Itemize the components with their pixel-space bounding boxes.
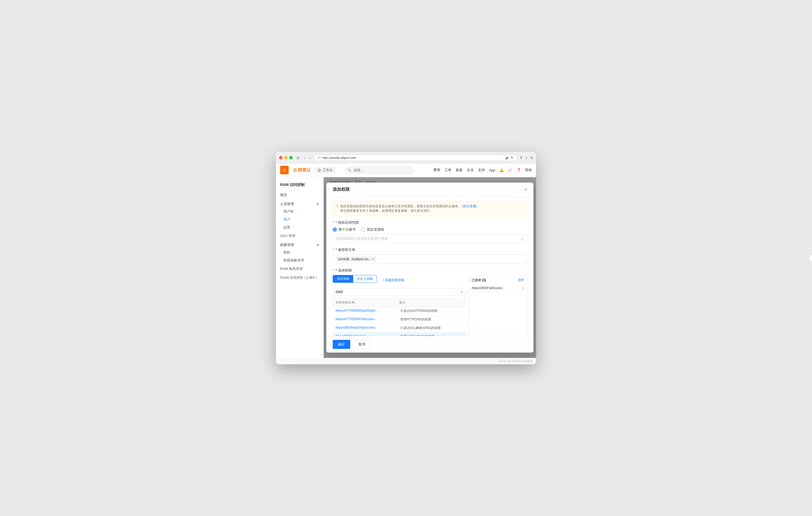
notice-text2: 单次授权最多支持 5 条策略，如需绑定更多策略，请分多次进行。 [340, 209, 433, 213]
nav-icp[interactable]: 备案 [456, 168, 463, 172]
policy-row-4[interactable]: AliyunDNSFullAccess 管理云解析(DNS)的权限 [333, 332, 465, 336]
logo-text: 阿里云 [298, 167, 311, 173]
traffic-lights [279, 156, 293, 159]
scope-resource-radio[interactable] [361, 227, 366, 232]
sidebar-section-perm-label: 权限管理 [280, 243, 294, 247]
scope-all-account[interactable]: 整个云账号 [333, 227, 356, 232]
policy-search: ↻ [333, 288, 465, 296]
header-nav: 费用 工单 备案 企业 支持 App 🔔 🛒 ❓ 简体 [433, 168, 532, 172]
nav-bell-icon[interactable]: 🔔 [499, 168, 504, 172]
policy-tab-custom[interactable]: 自定义策略 [353, 275, 377, 282]
minimize-traffic-light[interactable] [284, 156, 288, 159]
selected-item-1: AliyunDNSFullAccess × [471, 284, 524, 292]
policy-tab-system[interactable]: 系统策略 [333, 275, 353, 282]
policy-refresh-button[interactable]: ↻ [458, 288, 465, 296]
scope-resource-group[interactable]: 指定资源组 [361, 227, 384, 232]
scope-resource-label: 指定资源组 [367, 227, 384, 232]
scope-section: * * 授权应用范围 整个云账号 指定资源组 [333, 220, 527, 243]
resource-group-placeholder: 请选择或输入资源组名称进行搜索 [336, 236, 388, 241]
refresh-icon[interactable]: ↻ [511, 156, 514, 160]
nav-cart-icon[interactable]: 🛒 [508, 168, 512, 172]
policy-row-3[interactable]: AliyunDNSReadOnlyAccess 只读访问云解析(DNS)的权限 [333, 324, 465, 332]
select-policy-label: * * 选择权限 [333, 268, 527, 273]
sidebar-sub-usergroup[interactable]: 用户组 [276, 208, 323, 216]
sidebar-section-people-arrow: ∧ [317, 202, 319, 206]
policy-desc-1: 只读访问HTTPDNS的权限 [398, 309, 463, 313]
sidebar-sub-users[interactable]: 用户 [276, 216, 323, 223]
browser-chrome: ⊞ ‹ › 🛡 ram.console.aliyun.com 🔊 ↻ ⬆ + ⧉ [276, 152, 536, 163]
selected-item-name-1: AliyunDNSFullAccess [471, 286, 502, 290]
close-traffic-light[interactable] [279, 156, 283, 159]
tab-switcher-icon[interactable]: ⊞ [295, 155, 300, 161]
notice-link[interactable]: [前往查看] [462, 204, 476, 208]
nav-support[interactable]: 支持 [478, 168, 485, 172]
modal-close-button[interactable]: × [524, 187, 527, 192]
browser-url-actions: 🔊 ↻ [505, 156, 514, 160]
scope-all-radio[interactable] [333, 227, 337, 232]
policy-row-1[interactable]: AliyunHTTPDNSReadOnlyA... 只读访问HTTPDNS的权限 [333, 307, 465, 316]
sidebar-sub-settings[interactable]: 设置 [276, 223, 323, 232]
selected-count: (1) [482, 278, 486, 282]
hamburger-menu[interactable]: ≡ [280, 166, 289, 174]
scope-label: * * 授权应用范围 [333, 220, 527, 225]
policy-table: 权限策略名称 备注 AliyunHTTPDNSReadOnlyA... 只读访问… [333, 298, 465, 336]
policy-desc-2: 管理HTTPDNS的权限 [398, 317, 463, 322]
sidebar-item-oauth[interactable]: OAuth 应用管理（公测中） [276, 273, 323, 282]
nav-ticket[interactable]: 工单 [444, 168, 452, 172]
scope-radio-group: 整个云账号 指定资源组 [333, 227, 527, 232]
policy-add-new[interactable]: + 新建权限策略 [379, 277, 408, 284]
search-input[interactable] [345, 167, 414, 174]
notice-icon: ℹ [337, 204, 338, 213]
browser-controls: ⊞ ‹ › [295, 155, 312, 161]
notice-box: ℹ 指定资源组的授权生效前提是该云服务已支持资源组，查看当前支持资源组的云服务。… [333, 201, 527, 216]
sidebar-item-overview[interactable]: 概览 [276, 191, 323, 199]
browser-window: ⊞ ‹ › 🛡 ram.console.aliyun.com 🔊 ↻ ⬆ + ⧉… [276, 152, 536, 364]
address-bar[interactable]: 🛡 ram.console.aliyun.com 🔊 ↻ [314, 155, 517, 161]
maximize-traffic-light[interactable] [289, 156, 293, 159]
app-body: RAM 访问控制 概览 人员管理 ∧ 用户组 用户 设置 SSO 管理 权限管理… [276, 177, 536, 358]
notice-content: 指定资源组的授权生效前提是该云服务已支持资源组，查看当前支持资源组的云服务。 [… [340, 204, 476, 213]
footer-note: CSDN @188号安全发烧帅 [276, 358, 536, 364]
subject-tag-suffix: .onaliyun.co... [351, 257, 371, 261]
workbench-label: 工作台 [322, 168, 333, 172]
selected-item-remove-1[interactable]: × [522, 286, 524, 290]
policy-desc-3: 只读访问云解析(DNS)的权限 [398, 326, 463, 330]
forward-button[interactable]: › [308, 155, 312, 161]
policy-name-2: AliyunHTTPDNSFullAccess [336, 317, 398, 322]
confirm-button[interactable]: 确定 [333, 340, 350, 349]
nav-cost[interactable]: 费用 [433, 168, 440, 172]
selected-panel-header: 已选择 (1) 清空 [471, 278, 524, 282]
workbench-link[interactable]: 🏠 工作台 [315, 167, 336, 173]
nav-enterprise[interactable]: 企业 [467, 168, 474, 172]
notice-text1: 指定资源组的授权生效前提是该云服务已支持资源组，查看当前支持资源组的云服务。 [340, 204, 461, 208]
resource-group-input: 请选择或输入资源组名称进行搜索 ∨ [333, 234, 527, 243]
logo: ⊙ 阿里云 [293, 167, 311, 173]
sidebar-section-people[interactable]: 人员管理 ∧ [276, 199, 323, 208]
cancel-button[interactable]: 取消 [353, 340, 371, 349]
clear-selected-button[interactable]: 清空 [518, 278, 524, 282]
nav-app[interactable]: App [489, 168, 495, 172]
sidebar-item-ram-role[interactable]: RAM 角色管理 [276, 264, 323, 273]
sidebar-sub-auth[interactable]: 授权 [276, 248, 323, 256]
subject-tag-remove[interactable]: × [372, 257, 374, 261]
nav-lang[interactable]: 简体 [525, 168, 532, 172]
modal-body: ℹ 指定资源组的授权生效前提是该云服务已支持资源组，查看当前支持资源组的云服务。… [326, 197, 533, 336]
sidebar-sub-policy[interactable]: 权限策略管理 [276, 256, 323, 264]
back-button[interactable]: ‹ [303, 155, 306, 161]
policy-search-input[interactable] [333, 288, 456, 296]
policy-name-1: AliyunHTTPDNSReadOnlyA... [336, 309, 398, 313]
sidebar-item-sso[interactable]: SSO 管理 [276, 232, 323, 241]
share-icon[interactable]: ⬆ [520, 156, 523, 160]
main-content: RAM 访问控制 / 用户 / acme@ ← acme@ 用户基本信息 编辑基… [324, 177, 536, 358]
sidebar-section-people-label: 人员管理 [280, 202, 294, 207]
modal-title: 添加权限 [333, 187, 350, 192]
new-tab-icon[interactable]: + [525, 156, 528, 160]
tab-overview-icon[interactable]: ⧉ [530, 156, 533, 160]
subject-tag: acme@ .onaliyun.co... × [336, 256, 376, 262]
sidebar-section-perm[interactable]: 权限管理 ∧ [276, 241, 323, 248]
policy-row-2[interactable]: AliyunHTTPDNSFullAccess 管理HTTPDNS的权限 [333, 316, 465, 324]
nav-help-icon[interactable]: ❓ [517, 168, 521, 172]
policy-area: 系统策略 自定义策略 + 新建权限策略 ↻ [333, 275, 527, 336]
shield-icon: 🛡 [318, 156, 321, 160]
header-search [345, 167, 414, 174]
